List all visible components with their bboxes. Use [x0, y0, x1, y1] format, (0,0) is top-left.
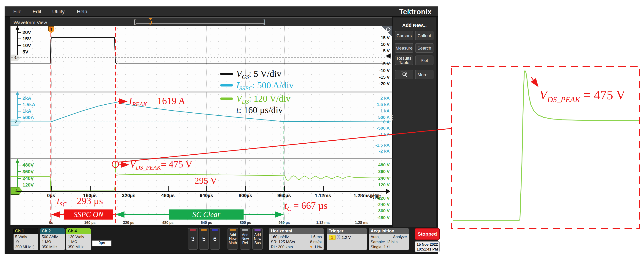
- horizontal-position-readout[interactable]: 0µs: [92, 240, 112, 246]
- ch6-color-stripe: [212, 230, 218, 230]
- cursors-button[interactable]: Cursors: [395, 31, 413, 40]
- acq-sample: Sample: 12 bits: [370, 240, 398, 244]
- axis-label: 1.5kA: [22, 102, 35, 107]
- axis-label: 500A: [22, 115, 34, 120]
- ch4-axis: [17, 162, 18, 191]
- deskew-icon: [32, 246, 36, 249]
- waveform-graticule: 20V 15V 10V 5V 1 2kA 1.5kA 1kA 500A 2 48…: [10, 26, 392, 225]
- acquisition-panel[interactable]: Acquisition Auto,Analyze Sample: 12 bits…: [368, 228, 409, 250]
- axis-label: 5 V: [383, 48, 390, 54]
- axis-label: 20V: [22, 30, 31, 35]
- horizontal-panel[interactable]: Horizontal 160 µs/div1.6 ms SR: 125 MS/s…: [269, 228, 324, 250]
- time-tick-label: 960µs: [278, 193, 291, 198]
- channel-divider[interactable]: [10, 92, 392, 92]
- trigger-flag[interactable]: T: [48, 26, 54, 33]
- isspc-legend-swatch: [220, 84, 233, 86]
- ch4-badge[interactable]: Ch 4 120 V/div 1 MΩ 350 MHz: [66, 228, 91, 250]
- menu-file[interactable]: File: [13, 9, 21, 15]
- axis-label: -10 V: [379, 68, 390, 73]
- axis-label: 120V: [22, 182, 34, 188]
- search-button[interactable]: Search: [415, 43, 434, 53]
- trigger-panel[interactable]: Trigger 1 X 1.2 V: [326, 228, 367, 250]
- axis-label: 240V: [22, 176, 34, 181]
- ch1-ground-badge[interactable]: 1: [11, 54, 20, 61]
- ch1-badge[interactable]: Ch 1 5 V/div 250 MHz: [13, 228, 38, 250]
- sample-rate: SR: 125 MS/s: [271, 240, 295, 244]
- horizontal-position-slider[interactable]: [136, 24, 265, 24]
- right-sidebar: Add New... Cursors Callout Measure Searc…: [393, 18, 436, 230]
- slider-right-bracket: ]: [264, 18, 266, 26]
- add-new-ref-button[interactable]: AddNewRef: [240, 228, 250, 250]
- scope-time-label: 160 µs: [84, 221, 96, 225]
- horizontal-window: 1.6 ms: [310, 234, 322, 240]
- scope-time-label: 1.12 ms: [316, 221, 330, 225]
- ch2-impedance: 1 MΩ: [42, 240, 51, 244]
- acq-single: Single: 1 /1: [370, 245, 390, 249]
- ch4-impedance: 1 MΩ: [68, 240, 77, 244]
- axis-label: 500 A: [378, 115, 390, 120]
- axis-label: 240 V: [378, 176, 390, 181]
- more-button[interactable]: More...: [415, 70, 434, 80]
- legend-row-vgs: VGS: 5 V/div: [220, 68, 294, 80]
- axis-label: -5 V: [382, 62, 390, 66]
- menu-help[interactable]: Help: [77, 9, 87, 15]
- tc-callout: tC = 667 µs: [284, 200, 328, 212]
- zoom-tool-button[interactable]: [395, 70, 413, 80]
- channel-6-button[interactable]: 6: [210, 228, 220, 250]
- vgs-legend-swatch: [220, 73, 233, 75]
- ch1-badge-title: Ch 1: [14, 228, 38, 234]
- trigger-level-marker[interactable]: [386, 54, 390, 58]
- ch4-badge-title: Ch 4: [66, 228, 91, 234]
- time-tick-label: 480µs: [161, 193, 175, 198]
- acq-analyze: Analyze: [393, 234, 407, 240]
- acquisition-panel-title: Acquisition: [369, 228, 409, 234]
- sc-clear-label: SC Clear: [169, 210, 244, 220]
- channel-divider[interactable]: [10, 158, 392, 159]
- menu-bar: File Edit Utility Help Tektronix: [4, 6, 438, 16]
- slider-left-bracket: [: [134, 18, 136, 26]
- ref-stripe: [242, 230, 248, 230]
- vds-peak-callout: VDS_PEAK= 475 V: [130, 159, 192, 171]
- bottom-status-bar: Ch 1 5 V/div 250 MHz Ch 2 500 A/div 1 MΩ…: [10, 227, 438, 253]
- menu-utility[interactable]: Utility: [52, 9, 65, 15]
- axis-label: 1kA: [22, 108, 32, 114]
- record-length: RL: 200 kpts: [271, 244, 293, 250]
- callout-button[interactable]: Callout: [415, 31, 434, 40]
- channel-5-button[interactable]: 5: [199, 228, 209, 250]
- horizontal-panel-title: Horizontal: [269, 228, 324, 234]
- axis-label: 10 V: [381, 42, 390, 47]
- channel-3-button[interactable]: 3: [188, 228, 198, 250]
- panel-drag-handle[interactable]: •••: [392, 115, 394, 128]
- ch3-color-stripe: [190, 230, 196, 230]
- trigger-position-marker[interactable]: [148, 21, 152, 24]
- menu-edit[interactable]: Edit: [32, 9, 41, 15]
- ch2-badge[interactable]: Ch 2 500 A/div 1 MΩ 350 MHz: [40, 228, 65, 250]
- scope-time-label: 320 µs: [123, 221, 134, 225]
- axis-label: -120 V: [377, 196, 390, 201]
- tab-waveform-view[interactable]: Waveform View: [14, 20, 47, 25]
- acq-mode: Auto,: [370, 234, 380, 240]
- axis-label: -15 V: [379, 75, 390, 80]
- trigger-panel-title: Trigger: [327, 228, 367, 234]
- ch2-badge-title: Ch 2: [40, 228, 65, 234]
- ch1-axis: [17, 29, 18, 58]
- add-new-math-button[interactable]: AddNewMath: [228, 228, 238, 250]
- plot-button[interactable]: Plot: [415, 56, 434, 65]
- math-stripe: [230, 230, 236, 230]
- trigger-position-icon[interactable]: [149, 18, 152, 20]
- axis-label: 10V: [22, 43, 31, 48]
- scope-time-label: 800 µs: [240, 221, 251, 225]
- legend-row-vds: VDS: 120 V/div: [220, 93, 294, 104]
- time-tick-label: 800µs: [239, 193, 252, 198]
- measure-button[interactable]: Measure: [395, 43, 413, 53]
- add-new-bus-button[interactable]: AddNewBus: [252, 228, 263, 250]
- axis-label: 480 V: [378, 162, 390, 168]
- trigger-source-badge: 1: [329, 235, 336, 240]
- ch2-ground-badge[interactable]: 2: [11, 118, 21, 126]
- time-tick-label: 0µs: [47, 193, 55, 198]
- run-stop-status-button[interactable]: Stopped: [415, 228, 440, 240]
- ch2-bandwidth: 350 MHz: [42, 245, 57, 249]
- axis-label: 1 kA: [380, 108, 390, 114]
- trigger-pos-percent: 11%: [314, 245, 322, 249]
- results-table-button[interactable]: Results Table: [395, 56, 413, 65]
